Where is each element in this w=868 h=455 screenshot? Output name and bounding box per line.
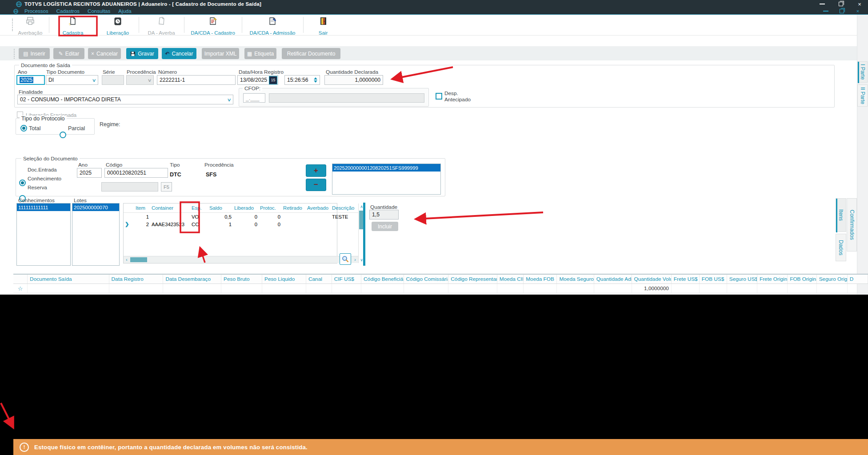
protocolo-total-radio[interactable] — [20, 125, 27, 132]
conhecimentos-listbox[interactable]: 111111111111 — [16, 203, 71, 266]
doc-entrada-radio[interactable] — [19, 180, 26, 186]
numero-input[interactable]: 2222211-1 — [157, 75, 236, 85]
cfop-desc-input[interactable] — [269, 93, 424, 103]
dacda-admissao-icon — [268, 17, 277, 25]
toolbar-item-sair[interactable]: Sair — [304, 16, 342, 37]
title-bar: TOTVS LOGÍSTICA RECINTOS ADUANEIROS | Ad… — [0, 0, 868, 8]
mdi-restore-icon[interactable] — [836, 8, 848, 14]
hscroll-thumb[interactable] — [130, 257, 147, 262]
cfop-legend: CFOP: — [243, 85, 262, 92]
panel-splitter[interactable] — [363, 203, 365, 266]
container-grid-header: Item Container Esp. Saldo Liberado Proto… — [124, 204, 358, 213]
edit-icon: ✎ — [59, 51, 63, 57]
f5-button[interactable]: F5 — [161, 182, 172, 192]
selecao-codigo-input[interactable]: 0000120820251 — [104, 168, 168, 178]
tab-confirmados[interactable]: Confirmados — [847, 198, 857, 251]
data-registro-input[interactable]: 13/08/2025 15 — [237, 75, 278, 85]
conhecimento-item[interactable]: 111111111111 — [17, 204, 70, 211]
desp-antecipado-checkbox[interactable] — [436, 93, 442, 100]
vertical-scrollbar[interactable]: ∧ ∨ — [358, 204, 359, 263]
serie-input[interactable] — [102, 75, 124, 85]
inserir-button[interactable]: ▤Inserir — [19, 48, 50, 59]
procedencia-label: Procedência — [127, 69, 156, 75]
bottom-grid-row[interactable]: ☆ 1,0000000 — [13, 284, 868, 293]
retificar-documento-button[interactable]: Retificar Documento — [282, 48, 340, 59]
toolbar-item-dacda-admissao[interactable]: DA/CDA - Admissão — [243, 16, 302, 37]
gravar-cancelar-button[interactable]: ↶Cancelar — [162, 48, 196, 59]
documentos-listbox[interactable]: 202520000000120820251SFS999999 — [332, 164, 441, 195]
reserva-label: Reserva — [28, 184, 47, 191]
remove-documento-button[interactable]: − — [306, 179, 326, 191]
spinner-up-icon[interactable] — [314, 77, 317, 80]
scroll-right-icon[interactable]: › — [352, 257, 358, 262]
cfop-mask-input[interactable]: _.___ — [243, 93, 265, 103]
selecao-ano-input[interactable]: 2025 — [77, 168, 102, 178]
protocolo-total-label: Total — [29, 125, 40, 132]
documento-saida-legend: Documento de Saída — [19, 62, 72, 68]
window-title: TOTVS LOGÍSTICA RECINTOS ADUANEIROS | Ad… — [24, 1, 261, 7]
toolbar-item-liberacao[interactable]: Liberação — [98, 16, 138, 37]
selecao-codigo-label: Código — [106, 162, 122, 168]
menu-processos[interactable]: Processos — [24, 8, 48, 14]
search-button[interactable] — [340, 253, 351, 265]
gravar-button[interactable]: Gravar — [126, 48, 158, 59]
tab-itens[interactable]: Itens — [836, 198, 846, 232]
info-icon: ! — [20, 443, 29, 452]
add-documento-button[interactable]: + — [306, 164, 326, 177]
restore-icon[interactable] — [835, 1, 847, 7]
container-grid-row[interactable]: ❯ 2 AAAE3423523 CC 1 0 0 — [124, 220, 358, 228]
protocolo-parcial-radio[interactable] — [60, 132, 66, 138]
spinner-down-icon[interactable] — [314, 80, 317, 83]
quantidade-input[interactable]: 1,5 — [369, 210, 399, 220]
insert-icon: ▤ — [23, 51, 28, 57]
mdi-close-icon[interactable]: × — [852, 8, 864, 14]
tab-parte-1[interactable]: I Parte — [857, 61, 868, 83]
selecao-tipo-label: Tipo — [170, 162, 180, 168]
container-grid-row[interactable]: 1 VO 0,5 0 0 TESTE — [124, 213, 358, 220]
bottom-grid-header: Documento Saída Data Registro Data Desem… — [13, 274, 868, 284]
horizontal-scrollbar[interactable]: ‹ › — [124, 256, 358, 263]
desp-label-2: Antecipado — [444, 96, 471, 103]
cancelar-button[interactable]: ×Cancelar — [88, 48, 121, 59]
calendar-icon[interactable]: 15 — [269, 76, 277, 84]
numero-label: Número — [158, 69, 177, 75]
editar-button[interactable]: ✎Editar — [53, 48, 84, 59]
tab-dados[interactable]: Dados — [836, 234, 846, 261]
quantidade-declarada-input[interactable]: 1,0000000 — [324, 75, 383, 85]
tab-parte-2[interactable]: II Parte — [857, 84, 868, 107]
etiqueta-button[interactable]: ▦Etiqueta — [244, 48, 276, 59]
selecao-procedencia-value: SFS — [206, 172, 216, 178]
lote-item[interactable]: 202500000070 — [72, 204, 119, 211]
ano-input[interactable]: 2025 — [16, 75, 45, 85]
menu-bar: Processos Cadastros Consultas Ajuda × — [0, 8, 868, 15]
menu-consultas[interactable]: Consultas — [88, 8, 110, 14]
desp-label-1: Desp. — [444, 90, 458, 96]
procedencia-select[interactable]: ∨ — [126, 75, 154, 85]
message-text: Estoque físico em contêiner, portanto a … — [34, 444, 308, 451]
importar-xml-button[interactable]: Importar XML — [202, 48, 239, 59]
toolbar-item-dacda-cadastro[interactable]: DA/CDA - Cadastro — [185, 16, 241, 37]
close-icon[interactable]: × — [854, 1, 865, 7]
documento-list-item[interactable]: 202520000000120820251SFS999999 — [332, 164, 440, 172]
tipo-documento-select[interactable]: DI∨ — [46, 75, 98, 85]
message-bar: ! Estoque físico em contêiner, portanto … — [13, 439, 868, 455]
app-globe-icon — [16, 1, 22, 7]
lotes-listbox[interactable]: 202500000070 — [72, 203, 120, 266]
mdi-minimize-icon[interactable] — [820, 8, 832, 14]
toolbar-item-da-averba[interactable]: DA - Averba — [140, 16, 183, 37]
incluir-button[interactable]: Incluir — [372, 222, 398, 231]
data-hora-label: Data/Hora Registro — [239, 69, 284, 75]
hora-registro-input[interactable]: 15:26:56 — [284, 75, 320, 85]
bottom-grid: Documento Saída Data Registro Data Desem… — [13, 274, 868, 293]
toolbar-item-averbacao[interactable]: Averbação — [12, 16, 48, 37]
minimize-icon[interactable] — [816, 1, 828, 7]
toolbar-item-cadastra[interactable]: Cadastra — [50, 16, 96, 37]
finalidade-select[interactable]: 02 - CONSUMO - IMPORTACAO DIRETA∨ — [17, 95, 233, 104]
container-grid: Item Container Esp. Saldo Liberado Proto… — [123, 203, 337, 263]
scroll-left-icon[interactable]: ‹ — [124, 257, 130, 262]
menu-ajuda[interactable]: Ajuda — [118, 8, 131, 14]
reserva-input[interactable] — [101, 182, 158, 192]
quantidade-declarada-label: Quantidade Declarada — [326, 69, 378, 75]
menu-cadastros[interactable]: Cadastros — [56, 8, 80, 14]
actions-grip[interactable] — [14, 49, 15, 59]
